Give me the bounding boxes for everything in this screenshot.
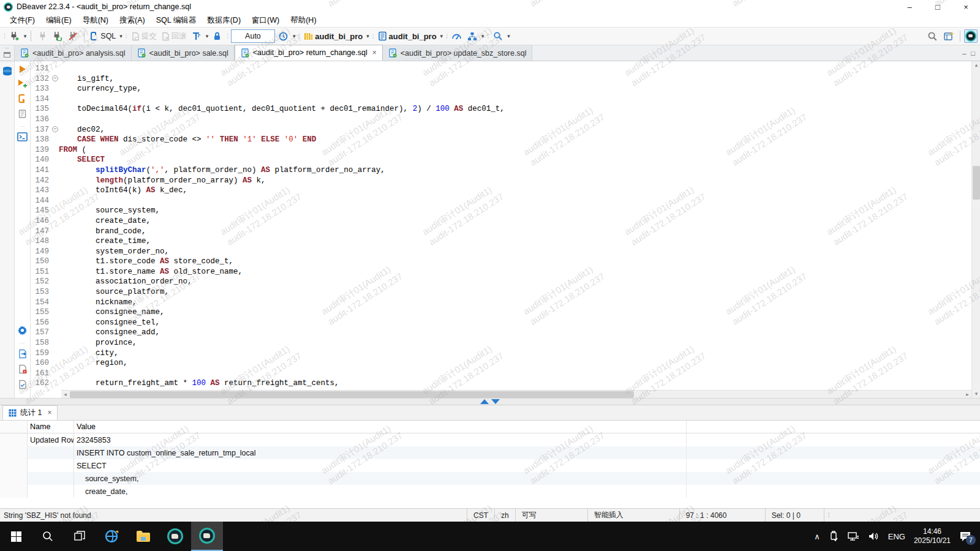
input-language-indicator[interactable]: ENG <box>888 532 905 541</box>
panel-splitter[interactable] <box>0 398 980 405</box>
quick-access-search-button[interactable] <box>925 29 939 43</box>
menu-search[interactable]: 搜索(A) <box>115 14 150 27</box>
open-perspective-button[interactable] <box>943 29 956 43</box>
database-navigator-icon[interactable] <box>2 66 13 77</box>
explain-plan-icon[interactable] <box>18 109 27 119</box>
editor-tab[interactable]: <audit_bi_pro> analysis.sql <box>15 45 132 61</box>
column-header-name[interactable]: Name <box>28 421 74 433</box>
results-panel: 统计 1 × Name Value Updated Rows23245853IN… <box>0 405 980 508</box>
dbeaver-taskbar-button-active[interactable] <box>191 522 223 551</box>
log-error-icon[interactable] <box>18 364 28 374</box>
horizontal-scroll-thumb[interactable] <box>70 391 634 398</box>
transaction-dropdown[interactable]: ▾ <box>206 33 209 39</box>
editor-tab[interactable]: <audit_bi_pro> return_change.sql× <box>235 45 383 61</box>
start-button[interactable] <box>0 522 32 551</box>
close-results-icon[interactable]: × <box>47 408 51 417</box>
line-number: 162 <box>31 378 59 389</box>
file-explorer-button[interactable] <box>127 522 159 551</box>
editor-tab[interactable]: <audit_bi_pro> sale.sql <box>132 45 235 61</box>
taskbar-clock[interactable]: 14:46 2025/10/21 <box>914 527 951 545</box>
table-row[interactable]: source_system, <box>0 472 980 485</box>
disconnect-button[interactable] <box>66 29 80 43</box>
table-row[interactable]: SELECT <box>0 459 980 472</box>
sql-editor-dropdown[interactable]: ▾ <box>119 33 123 39</box>
hidden-icons-chevron[interactable]: ∧ <box>814 532 820 541</box>
connection-selector[interactable]: audit_bi_pro <box>303 29 364 43</box>
minimize-button[interactable]: – <box>895 0 924 13</box>
schema-dropdown[interactable]: ▾ <box>440 33 443 39</box>
schema-selector[interactable]: audit_bi_pro <box>377 29 438 43</box>
scroll-down-icon[interactable]: ▾ <box>972 390 980 398</box>
maximize-panel-arrow-icon[interactable] <box>480 399 489 404</box>
menu-edit[interactable]: 编辑(E) <box>41 14 77 27</box>
menu-help[interactable]: 帮助(H) <box>285 14 321 27</box>
column-header-value[interactable]: Value <box>74 421 687 433</box>
toolbar-grip: ⁞ <box>446 33 447 40</box>
line-number: 159 <box>31 348 59 359</box>
menu-window[interactable]: 窗口(W) <box>247 14 284 27</box>
commit-label: 提交 <box>141 31 157 42</box>
new-connection-button[interactable] <box>8 29 21 43</box>
vertical-scrollbar[interactable]: ▴ ▾ <box>971 61 980 398</box>
sql-code-editor[interactable]: 131132− is_gift,133 currency_type,134135… <box>31 61 971 390</box>
search-button[interactable] <box>491 29 505 43</box>
notification-center-button[interactable]: 7 <box>959 531 971 542</box>
menu-navigate[interactable]: 导航(N) <box>78 14 113 27</box>
restore-panel-arrow-icon[interactable] <box>491 399 500 404</box>
network-icon[interactable] <box>847 531 859 541</box>
execute-new-tab-icon[interactable] <box>18 79 28 88</box>
connect-button[interactable] <box>36 29 49 43</box>
horizontal-scrollbar[interactable]: ◂ ▸ <box>61 390 971 398</box>
menu-database[interactable]: 数据库(D) <box>202 14 246 27</box>
fold-marker-icon[interactable]: − <box>52 126 58 132</box>
scroll-up-icon[interactable]: ▴ <box>972 61 980 69</box>
taskbar-search-button[interactable] <box>32 522 64 551</box>
speaker-icon[interactable] <box>868 531 880 541</box>
close-button[interactable]: × <box>952 0 980 13</box>
export-result-icon[interactable] <box>18 349 28 359</box>
scroll-right-icon[interactable]: ▸ <box>963 391 971 398</box>
output-log-icon[interactable] <box>18 380 28 389</box>
status-caret-position[interactable]: 97 : 1 : 4060 <box>679 509 765 522</box>
menu-file[interactable]: 文件(F) <box>5 14 40 27</box>
search-dropdown[interactable]: ▾ <box>507 33 510 39</box>
connection-dropdown[interactable]: ▾ <box>366 33 369 39</box>
maximize-editor-icon[interactable]: □ <box>971 50 975 57</box>
table-row[interactable]: create_date, <box>0 485 980 498</box>
sql-editor-button[interactable]: SQL <box>89 29 117 43</box>
er-diagram-button[interactable] <box>466 29 479 43</box>
task-view-button[interactable] <box>64 522 96 551</box>
history-dropdown[interactable]: ▾ <box>293 33 296 39</box>
tab-close-icon[interactable]: × <box>372 48 377 57</box>
restore-panel-icon[interactable] <box>4 52 10 58</box>
minimize-editor-icon[interactable]: – <box>962 50 966 57</box>
dbeaver-perspective-button[interactable] <box>964 29 978 43</box>
reconnect-button[interactable] <box>51 29 64 43</box>
statistics-tab[interactable]: 统计 1 × <box>2 405 58 420</box>
maximize-button[interactable]: □ <box>924 0 952 13</box>
table-row[interactable]: INSERT INTO custom_online_sale_return_tm… <box>0 446 980 459</box>
usb-device-icon[interactable] <box>829 531 839 542</box>
commit-button[interactable]: 提交 <box>130 29 158 43</box>
fold-marker-icon[interactable]: − <box>52 75 58 81</box>
vertical-scroll-thumb[interactable] <box>973 166 980 200</box>
lock-button[interactable] <box>210 29 224 43</box>
dashboard-button[interactable] <box>450 29 464 43</box>
scroll-left-icon[interactable]: ◂ <box>61 391 69 398</box>
editor-tab[interactable]: <audit_bi_pro> update_sbz_store.sql <box>383 45 533 61</box>
new-connection-dropdown[interactable]: ▾ <box>24 33 27 39</box>
execute-script-icon[interactable] <box>18 94 28 103</box>
execute-statement-icon[interactable] <box>18 65 27 73</box>
diagram-dropdown[interactable]: ▾ <box>481 33 484 39</box>
table-row[interactable]: Updated Rows23245853 <box>0 433 980 446</box>
rollback-button[interactable]: 回滚 <box>160 29 188 43</box>
transaction-mode-button[interactable] <box>190 29 203 43</box>
dbeaver-taskbar-button[interactable] <box>159 522 191 551</box>
commit-mode-combo[interactable]: Auto <box>231 29 275 43</box>
terminal-icon[interactable] <box>17 132 28 141</box>
settings-gear-icon[interactable] <box>17 325 28 335</box>
query-history-button[interactable] <box>277 29 290 43</box>
internet-explorer-button[interactable] <box>96 522 127 551</box>
code-line: 143 toInt64(k) AS k_dec, <box>31 186 971 196</box>
menu-sql-editor[interactable]: SQL 编辑器 <box>151 14 202 27</box>
